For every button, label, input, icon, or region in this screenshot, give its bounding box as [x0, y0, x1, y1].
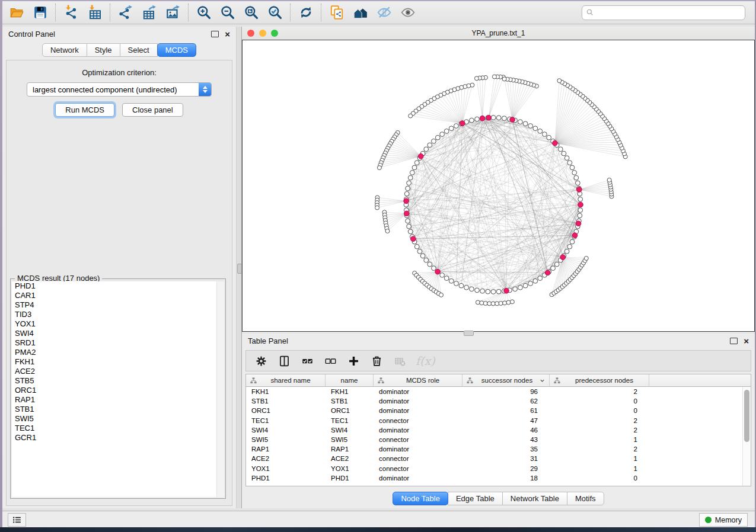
mcds-hub-node[interactable] — [560, 255, 566, 260]
network-leaf-node[interactable] — [377, 166, 381, 170]
network-leaf-node[interactable] — [491, 302, 495, 306]
show-all-button[interactable] — [397, 3, 419, 23]
network-node[interactable] — [543, 132, 547, 137]
network-node[interactable] — [486, 289, 490, 294]
network-node[interactable] — [528, 124, 533, 129]
network-node[interactable] — [491, 116, 496, 120]
zoom-fit-button[interactable] — [241, 3, 262, 23]
network-node[interactable] — [538, 276, 543, 281]
network-node[interactable] — [564, 249, 569, 254]
apply-preferred-layout-button[interactable] — [295, 3, 317, 23]
close-window-icon[interactable] — [247, 30, 254, 37]
network-node[interactable] — [440, 273, 445, 278]
column-header-MCDS-role[interactable]: MCDS role — [374, 374, 462, 386]
export-image-button[interactable] — [162, 3, 184, 23]
table-row[interactable]: SWI5SWI5connector431 — [246, 435, 751, 444]
network-leaf-node[interactable] — [499, 302, 503, 306]
table-float-panel-icon[interactable] — [730, 338, 738, 344]
network-node[interactable] — [528, 281, 533, 286]
mcds-hub-node[interactable] — [486, 115, 492, 120]
network-leaf-node[interactable] — [375, 206, 379, 210]
network-node[interactable] — [440, 132, 445, 137]
network-node[interactable] — [502, 116, 507, 121]
mcds-hub-node[interactable] — [504, 289, 509, 294]
network-node[interactable] — [449, 126, 454, 131]
mcds-hub-node[interactable] — [411, 236, 416, 242]
network-node[interactable] — [480, 289, 485, 293]
save-session-button[interactable] — [30, 3, 51, 23]
mcds-hub-node[interactable] — [419, 153, 424, 159]
horizontal-splitter-handle[interactable] — [464, 331, 474, 336]
tab-node-table[interactable]: Node Table — [393, 492, 448, 505]
network-leaf-node[interactable] — [510, 300, 514, 304]
create-new-column-button[interactable] — [346, 354, 361, 368]
select-columns-button[interactable] — [277, 354, 291, 368]
network-leaf-node[interactable] — [487, 302, 492, 306]
tab-select[interactable]: Select — [120, 43, 158, 57]
tab-edge-table[interactable]: Edge Table — [448, 492, 503, 505]
mcds-hub-node[interactable] — [545, 270, 550, 275]
network-node[interactable] — [470, 287, 474, 291]
tab-motifs[interactable]: Motifs — [567, 492, 604, 505]
network-node[interactable] — [454, 124, 459, 129]
network-node[interactable] — [554, 262, 559, 267]
network-leaf-node[interactable] — [480, 301, 484, 305]
network-leaf-node[interactable] — [385, 229, 390, 233]
table-close-panel-icon[interactable]: × — [744, 336, 749, 345]
search-box[interactable] — [582, 5, 745, 20]
network-node[interactable] — [518, 285, 523, 290]
table-row[interactable]: STB1STB1dominator620 — [246, 396, 751, 406]
network-node[interactable] — [417, 249, 422, 254]
mcds-hub-node[interactable] — [576, 221, 581, 226]
network-node[interactable] — [475, 288, 480, 293]
network-node[interactable] — [523, 283, 528, 288]
mcds-result-item[interactable]: SRD1 — [12, 338, 224, 348]
mcds-result-item[interactable]: ACE2 — [12, 367, 224, 376]
mcds-result-item[interactable]: PMA2 — [12, 348, 224, 357]
network-leaf-node[interactable] — [476, 300, 480, 305]
network-node[interactable] — [496, 116, 501, 120]
zoom-in-button[interactable] — [193, 3, 215, 23]
network-leaf-node[interactable] — [502, 77, 506, 81]
network-node[interactable] — [420, 254, 425, 258]
network-node[interactable] — [407, 224, 412, 229]
import-table-button[interactable] — [84, 3, 106, 23]
column-header-predecessor-nodes[interactable]: predecessor nodes — [550, 374, 649, 386]
mcds-list-scrollbar[interactable] — [216, 281, 224, 497]
network-node[interactable] — [491, 290, 496, 294]
network-node[interactable] — [570, 165, 575, 170]
network-leaf-node[interactable] — [607, 178, 611, 182]
mcds-result-item[interactable]: YOX1 — [12, 319, 224, 329]
mcds-hub-node[interactable] — [553, 140, 558, 146]
table-row[interactable]: TEC1TEC1connector472 — [246, 416, 751, 425]
network-window-titlebar[interactable]: YPA_prune.txt_1 — [242, 27, 755, 40]
network-node[interactable] — [564, 156, 569, 161]
network-node[interactable] — [449, 278, 454, 283]
task-history-button[interactable] — [8, 513, 26, 527]
hide-selected-button[interactable] — [374, 3, 395, 23]
network-leaf-node[interactable] — [474, 76, 479, 81]
mcds-hub-node[interactable] — [578, 202, 583, 207]
network-node[interactable] — [547, 135, 551, 140]
network-leaf-node[interactable] — [492, 75, 496, 79]
table-row[interactable]: RAP1RAP1dominator352 — [246, 444, 751, 454]
open-file-button[interactable] — [6, 3, 27, 23]
network-leaf-node[interactable] — [503, 301, 507, 305]
tab-mcds[interactable]: MCDS — [157, 43, 196, 57]
network-node[interactable] — [432, 266, 436, 271]
network-node[interactable] — [562, 151, 566, 156]
network-node[interactable] — [428, 143, 432, 148]
network-node[interactable] — [572, 171, 577, 175]
mcds-result-item[interactable]: SWI5 — [12, 414, 224, 424]
network-node[interactable] — [538, 129, 543, 134]
network-leaf-node[interactable] — [409, 114, 413, 118]
network-node[interactable] — [424, 147, 429, 152]
mcds-result-item[interactable]: STP4 — [12, 300, 224, 310]
clear-all-checkboxes-button[interactable] — [323, 354, 337, 368]
network-node[interactable] — [428, 262, 432, 267]
table-scrollbar-thumb[interactable] — [744, 390, 749, 442]
close-panel-button[interactable]: Close panel — [122, 103, 183, 117]
run-mcds-button[interactable]: Run MCDS — [55, 103, 114, 117]
network-node[interactable] — [404, 191, 409, 196]
mcds-result-item[interactable]: TID3 — [12, 310, 224, 319]
